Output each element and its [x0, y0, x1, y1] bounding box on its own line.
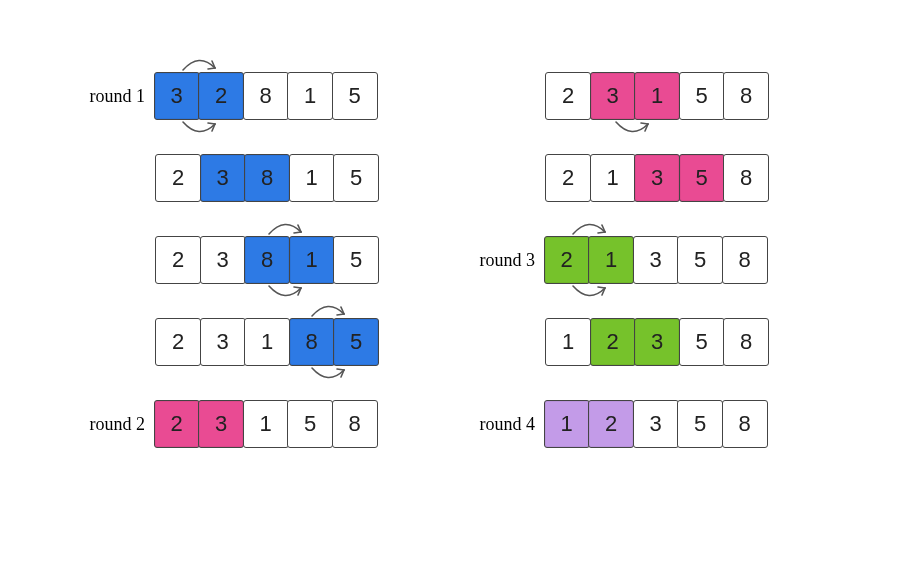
array-cell: 2 — [155, 154, 201, 202]
array-cell: 3 — [198, 400, 244, 448]
array-cell: 8 — [244, 236, 290, 284]
round-label: round 4 — [480, 414, 536, 435]
array-cell: 8 — [723, 72, 769, 120]
array-cell: 1 — [244, 318, 290, 366]
array-row: round 132815 — [155, 72, 379, 120]
array-row: round 412358 — [545, 400, 769, 448]
round-label: round 2 — [90, 414, 146, 435]
array-cell: 2 — [155, 236, 201, 284]
array-cell: 2 — [198, 72, 244, 120]
array-cell: 5 — [333, 154, 379, 202]
array-cell: 3 — [633, 236, 679, 284]
array-cell: 2 — [544, 236, 590, 284]
array-cell: 3 — [633, 400, 679, 448]
array-cell: 3 — [590, 72, 636, 120]
array-row: 21358 — [545, 154, 769, 202]
swap-arrow-icon — [177, 118, 221, 136]
array-cell: 5 — [679, 318, 725, 366]
round-label: round 1 — [90, 86, 146, 107]
array-cell: 3 — [200, 236, 246, 284]
array-cell: 1 — [289, 154, 335, 202]
array-cell: 1 — [545, 318, 591, 366]
array-cell: 1 — [634, 72, 680, 120]
round-label: round 3 — [480, 250, 536, 271]
array-cell: 8 — [243, 72, 289, 120]
right-column: 2315821358round 32135812358round 412358 — [545, 72, 769, 448]
array-cell: 2 — [155, 318, 201, 366]
array-cell: 8 — [723, 154, 769, 202]
array-cell: 5 — [333, 318, 379, 366]
array-cell: 1 — [289, 236, 335, 284]
swap-arrow-icon — [610, 118, 654, 136]
array-row: 23815 — [155, 154, 379, 202]
left-column: round 132815238152381523185round 223158 — [155, 72, 379, 448]
array-cell: 3 — [154, 72, 200, 120]
array-cell: 5 — [333, 236, 379, 284]
array-cell: 5 — [679, 72, 725, 120]
array-row: round 321358 — [545, 236, 769, 284]
array-cell: 3 — [200, 154, 246, 202]
array-cell: 1 — [588, 236, 634, 284]
array-cell: 1 — [287, 72, 333, 120]
array-cell: 8 — [722, 236, 768, 284]
array-row: round 223158 — [155, 400, 379, 448]
array-cell: 2 — [590, 318, 636, 366]
array-cell: 5 — [677, 400, 723, 448]
array-cell: 5 — [679, 154, 725, 202]
array-cell: 8 — [289, 318, 335, 366]
array-cell: 8 — [244, 154, 290, 202]
array-row: 23185 — [155, 318, 379, 366]
array-cell: 2 — [154, 400, 200, 448]
array-cell: 2 — [545, 72, 591, 120]
array-cell: 5 — [332, 72, 378, 120]
swap-arrow-icon — [567, 282, 611, 300]
array-cell: 5 — [677, 236, 723, 284]
array-row: 12358 — [545, 318, 769, 366]
array-cell: 8 — [332, 400, 378, 448]
swap-arrow-icon — [263, 282, 307, 300]
swap-arrow-icon — [306, 364, 350, 382]
array-cell: 8 — [722, 400, 768, 448]
array-cell: 5 — [287, 400, 333, 448]
array-cell: 8 — [723, 318, 769, 366]
array-cell: 3 — [200, 318, 246, 366]
array-cell: 3 — [634, 318, 680, 366]
array-cell: 1 — [544, 400, 590, 448]
array-cell: 1 — [243, 400, 289, 448]
array-cell: 3 — [634, 154, 680, 202]
array-cell: 2 — [588, 400, 634, 448]
array-cell: 1 — [590, 154, 636, 202]
array-row: 23158 — [545, 72, 769, 120]
array-cell: 2 — [545, 154, 591, 202]
array-row: 23815 — [155, 236, 379, 284]
